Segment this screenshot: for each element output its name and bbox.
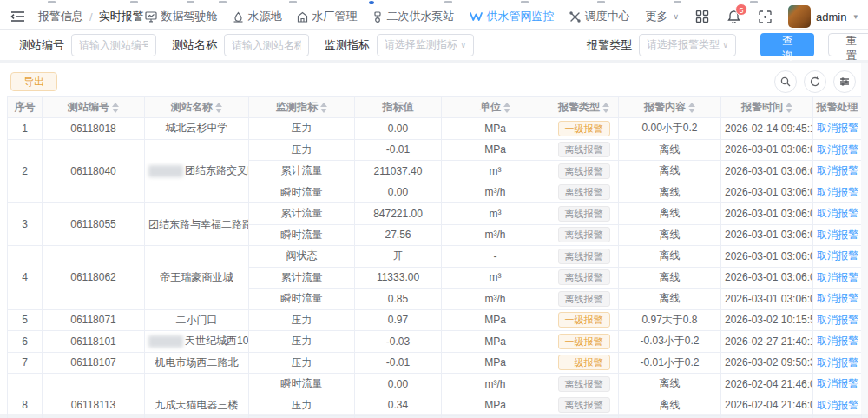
cell-alarm-action: 取消报警	[813, 374, 862, 395]
cell-alarm-content: 离线	[619, 224, 721, 246]
cancel-alarm-link[interactable]: 取消报警	[817, 356, 858, 368]
scrollbar-track[interactable]	[861, 63, 868, 414]
cell-station-name: 二小门口	[145, 309, 249, 331]
dispatch-icon	[569, 11, 581, 23]
column-header[interactable]: 报警内容	[619, 97, 721, 118]
breadcrumb-separator: /	[89, 10, 93, 23]
cancel-alarm-link[interactable]: 取消报警	[817, 377, 858, 389]
column-settings-icon[interactable]	[833, 70, 856, 93]
cell-indicator: 瞬时流量	[249, 374, 355, 395]
station-name-input[interactable]	[224, 34, 309, 56]
cell-alarm-time: 2026-02-27 21:40:13	[721, 331, 813, 353]
cell-unit: m³	[442, 161, 549, 182]
cancel-alarm-link[interactable]: 取消报警	[817, 271, 858, 283]
breadcrumb-section[interactable]: 报警信息	[38, 9, 83, 24]
column-header[interactable]: 报警类型	[549, 97, 619, 118]
sort-caret-icon[interactable]	[215, 103, 222, 113]
nav-water-source[interactable]: 水源地	[233, 9, 281, 24]
cancel-alarm-link[interactable]: 取消报警	[817, 229, 858, 241]
sort-caret-icon[interactable]	[503, 103, 510, 113]
cancel-alarm-link[interactable]: 取消报警	[817, 292, 858, 304]
username: admin	[816, 10, 846, 23]
nav-data-cockpit[interactable]: 数据驾驶舱	[145, 9, 217, 24]
cell-index: 6	[8, 331, 43, 353]
sort-caret-icon[interactable]	[786, 103, 792, 113]
cell-unit: m³	[442, 203, 549, 225]
cell-index: 3	[8, 203, 43, 246]
cell-alarm-content: 离线	[619, 267, 721, 289]
table-row: 206118040团结东路交叉口西压力-0.01MPa离线报警离线2026-03…	[8, 139, 862, 161]
breadcrumb-current: 实时报警	[99, 9, 144, 24]
cell-station-name: 城北云杉中学	[145, 118, 249, 140]
search-button[interactable]: 查询	[760, 33, 814, 56]
column-header: 报警处理	[813, 97, 862, 118]
alarm-table: 序号测站编号测站名称监测指标指标值单位报警类型报警内容报警时间报警处理 1061…	[7, 96, 862, 418]
alarm-type-badge: 离线报警	[558, 184, 610, 200]
cancel-alarm-link[interactable]: 取消报警	[817, 143, 858, 156]
cell-indicator: 压力	[249, 139, 355, 161]
nav-pipe-network-monitor[interactable]: 供水管网监控	[470, 9, 554, 24]
fullscreen-scan-icon[interactable]	[757, 9, 773, 24]
cell-value: 847221.00	[355, 203, 442, 225]
cell-value: 0.00	[355, 374, 442, 395]
nav-secondary-pump-station[interactable]: 二次供水泵站	[372, 9, 454, 24]
cell-alarm-content: 离线	[619, 395, 721, 416]
cell-station-code: 06118062	[43, 246, 145, 310]
cell-unit: MPa	[442, 139, 549, 161]
column-header[interactable]: 测站编号	[43, 97, 145, 118]
cell-alarm-action: 取消报警	[813, 203, 862, 225]
cell-alarm-content: -0.01小于0.2	[619, 352, 721, 374]
table-header: 序号测站编号测站名称监测指标指标值单位报警类型报警内容报警时间报警处理	[8, 97, 862, 118]
sort-caret-icon[interactable]	[602, 103, 609, 113]
cell-unit: -	[442, 246, 549, 268]
cell-alarm-time: 2026-02-04 21:46:03	[721, 374, 813, 395]
reset-button[interactable]: 重置	[828, 33, 868, 56]
cancel-alarm-link[interactable]: 取消报警	[817, 399, 858, 411]
nav-dispatch-center[interactable]: 调度中心	[569, 9, 629, 24]
cancel-alarm-link[interactable]: 取消报警	[817, 335, 858, 347]
cell-alarm-type: 离线报警	[549, 182, 619, 203]
station-code-input[interactable]	[71, 34, 156, 56]
cell-alarm-time: 2026-03-01 03:06:04	[721, 289, 813, 310]
cell-index: 5	[8, 309, 43, 331]
table-search-icon[interactable]	[774, 70, 797, 93]
alarm-type-select[interactable]: 请选择报警类型 ∨	[639, 34, 736, 56]
cancel-alarm-link[interactable]: 取消报警	[817, 207, 858, 219]
cell-alarm-type: 离线报警	[549, 267, 619, 289]
cell-station-code: 06118055	[43, 203, 145, 246]
notification-bell-icon[interactable]: 5	[726, 9, 741, 24]
sort-caret-icon[interactable]	[320, 103, 327, 113]
export-button[interactable]: 导出	[10, 72, 57, 91]
nav-water-plant[interactable]: 水厂管理	[297, 9, 357, 24]
cell-station-code: 06118018	[43, 118, 145, 140]
cancel-alarm-link[interactable]: 取消报警	[817, 249, 858, 262]
cell-alarm-time: 2026-02-04 21:46:03	[721, 395, 813, 416]
cell-alarm-action: 取消报警	[813, 352, 862, 374]
indicator-select[interactable]: 请选择监测指标 ∨	[377, 34, 474, 56]
cancel-alarm-link[interactable]: 取消报警	[817, 164, 858, 176]
column-header[interactable]: 监测指标	[249, 97, 355, 118]
table-refresh-icon[interactable]	[804, 70, 826, 93]
column-header[interactable]: 测站名称	[145, 97, 249, 118]
cancel-alarm-link[interactable]: 取消报警	[817, 122, 858, 134]
table-row: 106118018城北云杉中学压力0.00MPa一级报警0.00小于0.2202…	[8, 118, 862, 140]
column-header[interactable]: 单位	[442, 97, 549, 118]
cell-alarm-type: 离线报警	[549, 246, 619, 268]
cancel-alarm-link[interactable]: 取消报警	[817, 314, 858, 326]
sort-caret-icon[interactable]	[112, 103, 119, 113]
user-menu[interactable]: admin ▾	[788, 5, 858, 28]
apps-grid-icon[interactable]	[694, 9, 710, 24]
cell-alarm-content: 离线	[619, 161, 721, 182]
alarm-type-badge: 离线报警	[558, 163, 610, 179]
cancel-alarm-link[interactable]: 取消报警	[817, 186, 858, 198]
column-header[interactable]: 报警时间	[721, 97, 813, 118]
cell-alarm-action: 取消报警	[813, 267, 862, 289]
sort-caret-icon[interactable]	[688, 103, 695, 113]
menu-fold-icon[interactable]	[10, 9, 26, 24]
cell-station-name: 天世纪城西100米	[145, 331, 249, 353]
cell-index: 1	[8, 118, 43, 140]
table-row: 306118055团结东路与幸福二路路口累计流量847221.00m³离线报警离…	[8, 203, 862, 225]
filter-bar: 测站编号 测站名称 监测指标 请选择监测指标 ∨ 报警类型 请选择报警类型 ∨ …	[0, 30, 868, 63]
nav-more[interactable]: 更多 ∨	[645, 9, 679, 24]
cell-value: 211037.40	[355, 161, 442, 182]
